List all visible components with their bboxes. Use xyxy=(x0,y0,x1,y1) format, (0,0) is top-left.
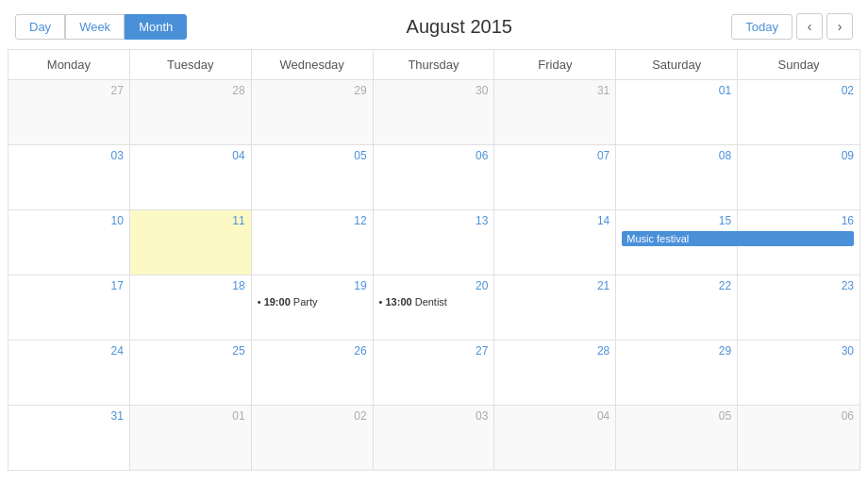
cal-cell[interactable]: 05 xyxy=(252,145,374,209)
cal-cell-party[interactable]: 19 • 19:00 Party xyxy=(252,275,374,340)
month-view-button[interactable]: Month xyxy=(125,14,187,40)
cal-cell[interactable]: 28 xyxy=(130,80,252,144)
day-header-tuesday: Tuesday xyxy=(130,50,252,79)
party-event[interactable]: • 19:00 Party xyxy=(258,296,367,307)
cal-cell[interactable]: 03 xyxy=(374,406,495,470)
next-month-button[interactable]: › xyxy=(826,13,853,40)
cal-cell[interactable]: 27 xyxy=(8,80,130,144)
cal-cell-dentist[interactable]: 20 • 13:00 Dentist xyxy=(374,275,495,340)
cal-cell[interactable]: 28 xyxy=(494,341,616,405)
cal-cell[interactable]: 21 xyxy=(494,275,616,340)
calendar-week-2: 03 04 05 06 07 08 09 xyxy=(8,145,860,210)
calendar-grid: Monday Tuesday Wednesday Thursday Friday… xyxy=(8,49,860,471)
cal-cell[interactable]: 05 xyxy=(616,406,738,470)
cal-cell[interactable]: 04 xyxy=(130,145,252,209)
calendar-weeks: 27 28 29 30 31 01 02 03 04 05 06 07 08 0… xyxy=(8,80,860,470)
day-header-monday: Monday xyxy=(8,50,130,79)
calendar-navigation: Today ‹ › xyxy=(731,13,853,40)
cal-cell[interactable]: 06 xyxy=(374,145,495,209)
dentist-event[interactable]: • 13:00 Dentist xyxy=(379,296,489,307)
day-header-saturday: Saturday xyxy=(616,50,738,79)
calendar-title: August 2015 xyxy=(407,16,512,38)
cal-cell[interactable]: 02 xyxy=(252,406,374,470)
cal-cell[interactable]: 04 xyxy=(494,406,616,470)
cal-cell[interactable]: 01 xyxy=(130,406,252,470)
cal-cell[interactable]: 30 xyxy=(738,341,860,405)
cal-cell[interactable]: 01 xyxy=(616,80,738,144)
calendar-week-3: 10 11 12 13 14 15 Music festival 16 xyxy=(8,210,860,275)
calendar-week-6: 31 01 02 03 04 05 06 xyxy=(8,406,860,470)
cal-cell[interactable]: 31 xyxy=(8,406,130,470)
cal-cell-today[interactable]: 11 xyxy=(130,210,252,274)
cal-cell[interactable]: 22 xyxy=(616,275,738,340)
cal-cell[interactable]: 18 xyxy=(130,275,252,340)
day-header-friday: Friday xyxy=(494,50,616,79)
day-headers: Monday Tuesday Wednesday Thursday Friday… xyxy=(8,50,860,80)
prev-month-button[interactable]: ‹ xyxy=(796,13,823,40)
music-festival-event-cont[interactable] xyxy=(737,231,854,246)
cal-cell[interactable]: 23 xyxy=(738,275,860,340)
cal-cell[interactable]: 13 xyxy=(374,210,495,274)
cal-cell[interactable]: 07 xyxy=(494,145,616,209)
calendar-week-1: 27 28 29 30 31 01 02 xyxy=(8,80,860,145)
cal-cell[interactable]: 02 xyxy=(738,80,860,144)
cal-cell[interactable]: 06 xyxy=(738,406,860,470)
cal-cell[interactable]: 29 xyxy=(252,80,374,144)
cal-cell[interactable]: 09 xyxy=(738,145,860,209)
view-buttons: Day Week Month xyxy=(15,14,187,40)
calendar-container: Day Week Month August 2015 Today ‹ › Mon… xyxy=(0,0,868,482)
cal-cell[interactable]: 17 xyxy=(8,275,130,340)
day-header-sunday: Sunday xyxy=(738,50,860,79)
cal-cell[interactable]: 14 xyxy=(494,210,616,274)
day-view-button[interactable]: Day xyxy=(15,14,65,40)
day-header-wednesday: Wednesday xyxy=(252,50,374,79)
cal-cell[interactable]: 25 xyxy=(130,341,252,405)
cal-cell[interactable]: 16 xyxy=(738,210,860,274)
cal-cell[interactable]: 29 xyxy=(616,341,738,405)
cal-cell[interactable]: 12 xyxy=(252,210,374,274)
calendar-header: Day Week Month August 2015 Today ‹ › xyxy=(8,8,860,49)
cal-cell[interactable]: 08 xyxy=(616,145,738,209)
cal-cell[interactable]: 27 xyxy=(374,341,495,405)
calendar-week-4: 17 18 19 • 19:00 Party 20 • 13:00 Dentis… xyxy=(8,275,860,341)
calendar-week-5: Holidays 24 25 26 27 28 29 30 xyxy=(8,341,860,406)
cal-cell-music-festival[interactable]: 15 Music festival xyxy=(616,210,738,274)
cal-cell[interactable]: 30 xyxy=(374,80,495,144)
cal-cell[interactable]: 03 xyxy=(8,145,130,209)
cal-cell[interactable]: 10 xyxy=(8,210,130,274)
today-button[interactable]: Today xyxy=(731,14,793,40)
day-header-thursday: Thursday xyxy=(374,50,495,79)
music-festival-event[interactable]: Music festival xyxy=(622,231,738,246)
cal-cell[interactable]: 31 xyxy=(494,80,616,144)
cal-cell[interactable]: 26 xyxy=(252,341,374,405)
week-view-button[interactable]: Week xyxy=(65,14,125,40)
cal-cell[interactable]: 24 xyxy=(8,341,130,405)
